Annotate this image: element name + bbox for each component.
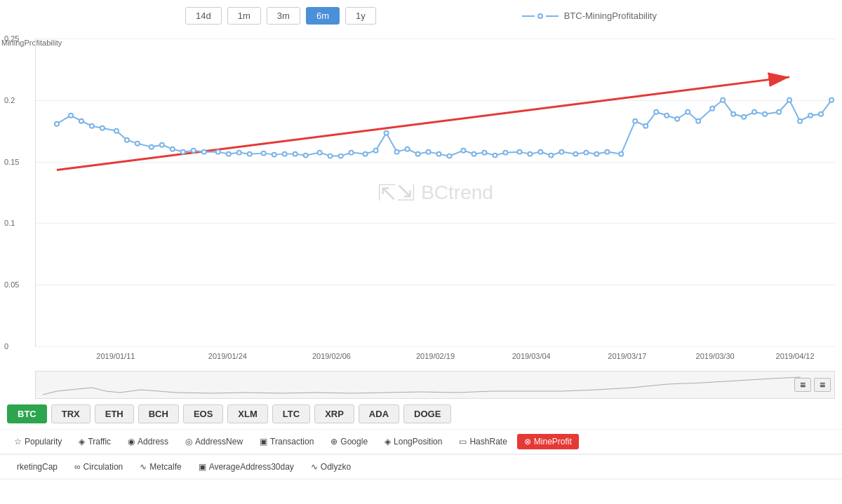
svg-point-19 xyxy=(248,152,252,156)
svg-point-30 xyxy=(374,149,378,153)
svg-point-61 xyxy=(721,98,725,102)
metric-tab-transaction[interactable]: ▣ Transaction xyxy=(253,434,321,449)
chart-area: 0.25 0.2 0.15 0.1 0.05 0 2019/01/11 2019… xyxy=(35,39,835,347)
svg-point-38 xyxy=(461,149,465,153)
svg-point-16 xyxy=(216,150,220,154)
time-btn-6m[interactable]: 6m xyxy=(306,7,340,25)
svg-point-67 xyxy=(787,98,791,102)
time-btn-1m[interactable]: 1m xyxy=(227,7,261,25)
svg-point-9 xyxy=(135,142,140,146)
svg-point-44 xyxy=(528,152,532,156)
svg-point-56 xyxy=(664,114,669,118)
svg-point-60 xyxy=(710,107,714,111)
svg-point-22 xyxy=(283,152,287,156)
legend: BTC-MiningProfitability xyxy=(522,11,657,21)
coin-tab-bch[interactable]: BCH xyxy=(138,404,179,423)
svg-point-63 xyxy=(742,115,746,119)
popularity-icon: ☆ xyxy=(14,437,22,447)
svg-point-70 xyxy=(819,112,823,116)
svg-point-54 xyxy=(643,124,648,128)
svg-point-23 xyxy=(293,152,298,156)
svg-point-4 xyxy=(79,119,83,123)
svg-point-68 xyxy=(798,119,802,123)
svg-point-66 xyxy=(777,110,781,114)
svg-point-64 xyxy=(752,110,756,114)
chart-container: MiningProfitability 0.25 0.2 0.15 0.1 0.… xyxy=(0,32,842,368)
time-btn-1y[interactable]: 1y xyxy=(345,7,376,25)
svg-point-43 xyxy=(517,150,521,154)
y-label-010: 0.1 xyxy=(4,219,15,227)
circulation-icon: ∞ xyxy=(74,462,81,472)
coin-tab-xrp[interactable]: XRP xyxy=(314,404,354,423)
svg-point-11 xyxy=(160,143,164,147)
y-label-005: 0.05 xyxy=(4,280,19,289)
metric-tab-marketingcap[interactable]: rketingCap xyxy=(7,459,65,475)
metric-tab-avgaddress30day[interactable]: ▣ AverageAddress30day xyxy=(192,459,301,475)
traffic-icon: ◈ xyxy=(79,437,85,447)
svg-point-35 xyxy=(427,150,431,154)
x-label-0124: 2019/01/24 xyxy=(208,352,247,360)
svg-point-48 xyxy=(573,152,577,156)
minimap: ≡ ≡ xyxy=(35,371,835,399)
svg-point-24 xyxy=(304,154,308,158)
svg-point-32 xyxy=(395,150,399,154)
x-label-0206: 2019/02/06 xyxy=(312,352,351,360)
time-btn-3m[interactable]: 3m xyxy=(267,7,300,25)
svg-point-53 xyxy=(633,119,637,123)
metric-tabs-row2: rketingCap ∞ Circulation ∿ Metcalfe ▣ Av… xyxy=(0,454,842,479)
odlyzko-icon: ∿ xyxy=(311,462,318,472)
x-label-0111: 2019/01/11 xyxy=(96,352,135,360)
y-label-025: 0.25 xyxy=(4,34,19,43)
svg-point-59 xyxy=(696,119,700,123)
minimap-svg xyxy=(36,370,808,398)
coin-tab-xlm[interactable]: XLM xyxy=(227,404,267,423)
svg-point-58 xyxy=(686,110,690,114)
coin-tab-ada[interactable]: ADA xyxy=(359,404,399,423)
coin-tab-eth[interactable]: ETH xyxy=(95,404,134,423)
svg-point-40 xyxy=(482,151,486,155)
svg-point-46 xyxy=(549,154,553,158)
top-controls: 14d 1m 3m 6m 1y BTC-MiningProfitability xyxy=(0,0,842,32)
svg-point-12 xyxy=(171,147,175,151)
svg-point-18 xyxy=(237,151,241,155)
metric-tab-circulation[interactable]: ∞ Circulation xyxy=(67,459,130,475)
metric-tab-popularity[interactable]: ☆ Popularity xyxy=(7,434,69,449)
metric-tab-traffic[interactable]: ◈ Traffic xyxy=(72,434,118,449)
svg-point-6 xyxy=(100,126,105,130)
y-label-015: 0.15 xyxy=(4,158,19,166)
svg-point-21 xyxy=(272,153,276,157)
svg-point-25 xyxy=(318,151,322,155)
minimap-btn-menu[interactable]: ≡ xyxy=(794,378,811,392)
svg-point-69 xyxy=(808,114,813,118)
svg-point-51 xyxy=(605,150,609,154)
coin-tab-eos[interactable]: EOS xyxy=(183,404,223,423)
svg-point-10 xyxy=(149,145,154,149)
mineprofit-icon: ⊗ xyxy=(524,437,531,447)
x-label-0304: 2019/03/04 xyxy=(512,352,551,360)
metric-tab-mineprofit[interactable]: ⊗ MineProfit xyxy=(517,434,579,449)
transaction-icon: ▣ xyxy=(260,437,267,447)
coin-tab-btc[interactable]: BTC xyxy=(7,404,47,423)
coin-tab-ltc[interactable]: LTC xyxy=(272,404,310,423)
metric-tab-address[interactable]: ◉ Address xyxy=(121,434,175,449)
svg-point-62 xyxy=(731,112,735,116)
metric-tab-hashrate[interactable]: ▭ HashRate xyxy=(452,434,514,449)
metcalfe-icon: ∿ xyxy=(140,462,147,472)
coin-tab-doge[interactable]: DOGE xyxy=(403,404,451,423)
metric-tab-odlyzko[interactable]: ∿ Odlyzko xyxy=(304,459,358,475)
metric-tab-addressnew[interactable]: ◎ AddressNew xyxy=(178,434,250,449)
svg-point-47 xyxy=(559,150,563,154)
time-btn-14d[interactable]: 14d xyxy=(185,7,222,25)
coin-tab-trx[interactable]: TRX xyxy=(51,404,91,423)
svg-point-57 xyxy=(675,117,679,121)
metric-tab-longposition[interactable]: ◈ LongPosition xyxy=(377,434,449,449)
svg-point-33 xyxy=(406,147,410,151)
minimap-btn-expand[interactable]: ≡ xyxy=(814,378,831,392)
svg-point-3 xyxy=(69,114,73,118)
svg-point-28 xyxy=(349,151,354,155)
avgaddress-icon: ▣ xyxy=(199,462,206,472)
svg-point-49 xyxy=(584,151,588,155)
svg-point-41 xyxy=(493,154,497,158)
metric-tab-google[interactable]: ⊕ Google xyxy=(323,434,375,449)
metric-tab-metcalfe[interactable]: ∿ Metcalfe xyxy=(133,459,188,475)
